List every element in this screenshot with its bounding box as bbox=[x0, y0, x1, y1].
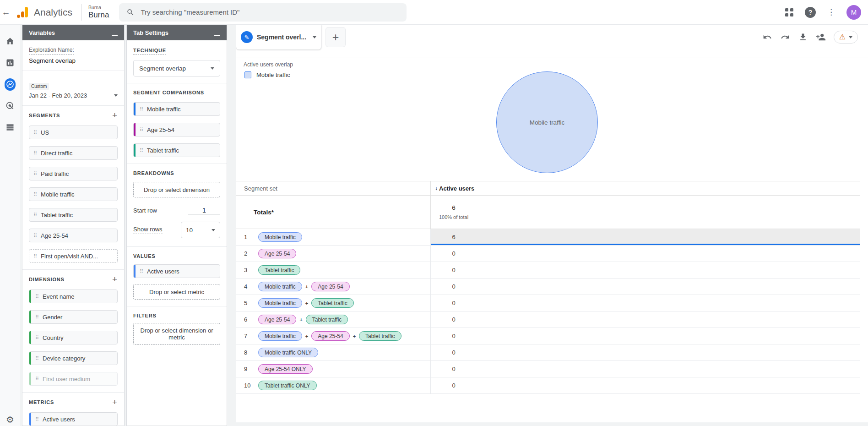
comparison-segment-item[interactable]: Age 25-54 bbox=[133, 123, 220, 137]
add-tab-button[interactable]: + bbox=[326, 27, 346, 47]
drag-handle-icon[interactable] bbox=[33, 233, 37, 239]
download-icon[interactable] bbox=[798, 32, 808, 42]
table-row[interactable]: 3 Tablet traffic 0 bbox=[236, 262, 860, 279]
segment-item[interactable]: Direct traffic bbox=[29, 146, 118, 160]
admin-gear-icon[interactable]: ⚙ bbox=[0, 414, 20, 425]
comparison-segment-item[interactable]: Mobile traffic bbox=[133, 102, 220, 116]
drag-handle-icon[interactable] bbox=[35, 416, 39, 422]
advertising-icon[interactable] bbox=[5, 100, 16, 111]
dimension-item[interactable]: Device category bbox=[29, 351, 118, 365]
table-row[interactable]: 5 Mobile traffic + Table bbox=[236, 295, 860, 311]
sampling-warning-button[interactable]: ⚠ bbox=[834, 31, 858, 44]
active-users-value-cell[interactable]: 6 bbox=[430, 229, 860, 245]
share-add-user-icon[interactable] bbox=[816, 32, 826, 42]
table-row[interactable]: 7 Mobile traffic + Age 2 bbox=[236, 328, 860, 344]
venn-circle-mobile-traffic[interactable]: Mobile traffic bbox=[496, 71, 598, 173]
segment-chip[interactable]: Mobile traffic bbox=[258, 298, 302, 308]
drag-handle-icon[interactable] bbox=[35, 335, 39, 341]
breakdowns-dropzone[interactable]: Drop or select dimension bbox=[133, 182, 220, 197]
values-dropzone[interactable]: Drop or select metric bbox=[133, 284, 220, 300]
segment-item[interactable]: Tablet traffic bbox=[29, 208, 118, 222]
tab-segment-overlap[interactable]: ✎ Segment overl... bbox=[236, 25, 321, 49]
segment-item[interactable]: Paid traffic bbox=[29, 167, 118, 180]
property-switcher[interactable]: Burna Burna bbox=[88, 5, 109, 20]
segment-item[interactable]: Age 25-54 bbox=[29, 229, 118, 242]
table-row[interactable]: 10 Tablet traffic ONLY 0 bbox=[236, 377, 860, 394]
show-rows-select[interactable]: 10 bbox=[181, 222, 220, 238]
dimension-item[interactable]: Country bbox=[29, 331, 118, 344]
table-row[interactable]: 1 Mobile traffic 6 bbox=[236, 229, 860, 246]
active-users-value-cell[interactable]: 0 bbox=[430, 344, 860, 360]
table-row[interactable]: 9 Age 25-54 ONLY 0 bbox=[236, 361, 860, 377]
table-row[interactable]: 2 Age 25-54 0 bbox=[236, 246, 860, 262]
back-arrow-icon[interactable]: ← bbox=[0, 7, 12, 17]
overflow-menu-icon[interactable]: ⋮ bbox=[827, 7, 835, 17]
segment-chip[interactable]: Age 25-54 bbox=[258, 315, 296, 324]
active-users-value-cell[interactable]: 0 bbox=[430, 262, 860, 278]
active-users-column-header[interactable]: ↓ Active users bbox=[430, 181, 860, 195]
table-row[interactable]: 6 Age 25-54 + Tablet tra bbox=[236, 311, 860, 328]
reports-icon[interactable] bbox=[5, 57, 16, 68]
home-icon[interactable] bbox=[5, 36, 16, 47]
drag-handle-icon[interactable] bbox=[140, 147, 143, 153]
segment-chip[interactable]: Mobile traffic bbox=[258, 331, 302, 341]
explore-icon-active[interactable] bbox=[5, 79, 16, 90]
drag-handle-icon[interactable] bbox=[35, 376, 39, 382]
drag-handle-icon[interactable] bbox=[35, 355, 39, 361]
start-row-input[interactable] bbox=[188, 207, 220, 214]
search-input[interactable] bbox=[141, 8, 399, 16]
segment-chip[interactable]: Tablet traffic ONLY bbox=[258, 381, 317, 390]
segment-chip[interactable]: Age 25-54 bbox=[258, 249, 296, 258]
segment-item[interactable]: First open/visit AND... bbox=[29, 249, 118, 263]
redo-icon[interactable] bbox=[780, 32, 790, 42]
active-users-value-cell[interactable]: 0 bbox=[430, 279, 860, 295]
active-users-value-cell[interactable]: 0 bbox=[430, 328, 860, 344]
segment-item[interactable]: US bbox=[29, 126, 118, 139]
drag-handle-icon[interactable] bbox=[33, 130, 37, 136]
add-segment-button[interactable]: + bbox=[112, 112, 118, 119]
dimension-item[interactable]: Gender bbox=[29, 310, 118, 324]
metric-item[interactable]: Active users bbox=[29, 412, 118, 426]
table-row[interactable]: 8 Mobile traffic ONLY 0 bbox=[236, 344, 860, 361]
legend-item-mobile-traffic[interactable]: Mobile traffic bbox=[244, 71, 290, 78]
table-row[interactable]: 4 Mobile traffic + Age 2 bbox=[236, 279, 860, 295]
minimize-icon[interactable] bbox=[112, 35, 118, 36]
minimize-icon[interactable] bbox=[214, 35, 220, 36]
drag-handle-icon[interactable] bbox=[140, 127, 143, 133]
active-users-value-cell[interactable]: 0 bbox=[430, 311, 860, 328]
drag-handle-icon[interactable] bbox=[33, 171, 37, 177]
segment-item[interactable]: Mobile traffic bbox=[29, 187, 118, 201]
drag-handle-icon[interactable] bbox=[140, 268, 143, 274]
segment-chip[interactable]: Age 25-54 ONLY bbox=[258, 364, 313, 374]
analytics-logo-icon[interactable] bbox=[16, 6, 29, 19]
segment-chip[interactable]: Mobile traffic bbox=[258, 282, 302, 291]
dimension-item[interactable]: First user medium bbox=[29, 372, 118, 386]
comparison-segment-item[interactable]: Tablet traffic bbox=[133, 143, 220, 157]
apps-grid-icon[interactable] bbox=[785, 8, 793, 16]
active-users-value-cell[interactable]: 0 bbox=[430, 246, 860, 262]
segment-chip[interactable]: Tablet traffic bbox=[311, 298, 353, 308]
segment-chip[interactable]: Mobile traffic ONLY bbox=[258, 348, 318, 357]
segment-chip[interactable]: Age 25-54 bbox=[311, 282, 349, 291]
active-users-value-cell[interactable]: 0 bbox=[430, 295, 860, 311]
drag-handle-icon[interactable] bbox=[33, 212, 37, 218]
active-users-value-cell[interactable]: 0 bbox=[430, 361, 860, 377]
drag-handle-icon[interactable] bbox=[33, 253, 37, 259]
segment-chip[interactable]: Mobile traffic bbox=[258, 232, 302, 242]
drag-handle-icon[interactable] bbox=[35, 314, 39, 320]
avatar[interactable]: M bbox=[846, 5, 861, 20]
date-range-selector[interactable]: Jan 22 - Feb 20, 2023 bbox=[29, 92, 118, 99]
active-users-value-cell[interactable]: 0 bbox=[430, 377, 860, 393]
help-icon[interactable]: ? bbox=[805, 7, 816, 18]
segment-set-column-header[interactable]: Segment set bbox=[236, 181, 430, 195]
segment-chip[interactable]: Tablet traffic bbox=[359, 331, 401, 341]
segment-chip[interactable]: Tablet traffic bbox=[258, 265, 300, 275]
drag-handle-icon[interactable] bbox=[140, 106, 143, 112]
filters-dropzone[interactable]: Drop or select dimension or metric bbox=[133, 323, 220, 345]
technique-select[interactable]: Segment overlap bbox=[133, 60, 220, 76]
add-dimension-button[interactable]: + bbox=[112, 276, 118, 283]
drag-handle-icon[interactable] bbox=[35, 294, 39, 300]
undo-icon[interactable] bbox=[762, 32, 772, 42]
segment-chip[interactable]: Tablet traffic bbox=[306, 315, 348, 324]
segment-chip[interactable]: Age 25-54 bbox=[311, 331, 349, 341]
